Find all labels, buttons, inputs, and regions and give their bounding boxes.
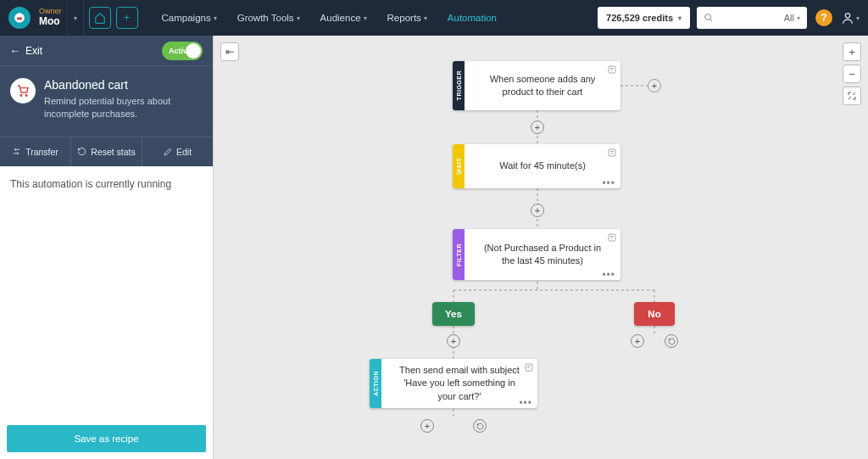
trigger-node[interactable]: TRIGGER When someone adds any product to…: [453, 61, 620, 110]
branch-label: No: [648, 309, 660, 319]
nav-label: Growth Tools: [237, 13, 294, 23]
note-icon: [607, 232, 617, 243]
user-icon: [841, 11, 854, 25]
exit-label: Exit: [25, 45, 42, 57]
automation-title: Abandoned cart: [44, 78, 203, 92]
reset-icon: [77, 147, 86, 156]
nav-label: Automation: [448, 13, 497, 23]
mascot-icon: [14, 12, 25, 24]
add-step-button[interactable]: +: [631, 334, 644, 348]
active-toggle[interactable]: Active: [162, 42, 203, 60]
automation-type-icon: [10, 78, 36, 104]
arrow-left-icon: ←: [10, 45, 20, 57]
node-text: When someone adds any product to their c…: [480, 73, 605, 99]
owner-name: Moo: [39, 16, 62, 27]
top-nav: Owner Moo ▾ + Campaigns▾ Growth Tools▾ A…: [0, 0, 868, 36]
plus-icon: +: [124, 12, 130, 24]
pencil-icon: [164, 148, 172, 156]
note-icon: [524, 362, 534, 372]
node-tag: FILTER: [456, 243, 462, 266]
add-step-button[interactable]: +: [531, 204, 544, 217]
svg-point-6: [25, 94, 27, 96]
transfer-button[interactable]: Transfer: [0, 137, 71, 166]
question-icon: ?: [821, 12, 826, 24]
search-icon: [704, 13, 714, 23]
add-step-button[interactable]: +: [420, 419, 434, 433]
action-label: Transfer: [25, 147, 58, 157]
nav-automation[interactable]: Automation: [439, 0, 505, 36]
chevron-down-icon: ▾: [797, 14, 800, 22]
action-label: Edit: [176, 147, 192, 157]
owner-switcher[interactable]: ▾: [67, 0, 84, 36]
refresh-icon: [476, 423, 484, 430]
node-tag: TRIGGER: [456, 70, 462, 100]
user-menu[interactable]: ▾: [841, 11, 860, 25]
toggle-knob: [186, 43, 201, 59]
loop-button[interactable]: [473, 419, 487, 433]
cart-icon: [16, 84, 30, 98]
button-label: Save as recipe: [74, 434, 138, 444]
filter-node[interactable]: FILTER (Not Purchased a Product in the l…: [453, 229, 620, 280]
svg-line-3: [710, 20, 713, 22]
action-label: Reset stats: [91, 147, 136, 157]
chevron-down-icon: ▾: [678, 14, 682, 22]
add-trigger-button[interactable]: +: [648, 79, 661, 92]
node-text: Then send email with subject 'Have you l…: [397, 364, 522, 403]
more-icon[interactable]: •••: [602, 181, 615, 186]
automation-canvas[interactable]: ⇤ + −: [214, 36, 868, 459]
no-branch[interactable]: No: [634, 302, 675, 326]
nav-growth-tools[interactable]: Growth Tools▾: [229, 0, 309, 36]
search-filter-label: All: [784, 13, 794, 23]
action-node[interactable]: ACTION Then send email with subject 'Hav…: [370, 359, 537, 408]
reset-stats-button[interactable]: Reset stats: [71, 137, 142, 166]
more-icon[interactable]: •••: [519, 400, 532, 406]
more-icon[interactable]: •••: [602, 272, 615, 277]
chevron-down-icon: ▾: [856, 14, 860, 22]
loop-button[interactable]: [665, 334, 678, 348]
credits-pill[interactable]: 726,529 credits ▾: [598, 7, 690, 29]
save-as-recipe-button[interactable]: Save as recipe: [7, 425, 206, 452]
owner-block[interactable]: Owner Moo: [39, 8, 62, 27]
edit-button[interactable]: Edit: [142, 137, 213, 166]
chevron-down-icon: ▾: [214, 14, 217, 22]
transfer-icon: [12, 147, 21, 156]
chevron-down-icon: ▾: [364, 14, 367, 22]
node-tag: WAIT: [456, 158, 462, 175]
chevron-down-icon: ▾: [297, 14, 300, 22]
note-icon: [607, 64, 617, 75]
home-icon: [94, 12, 106, 24]
nav-campaigns[interactable]: Campaigns▾: [153, 0, 225, 36]
node-text: (Not Purchased a Product in the last 45 …: [480, 242, 605, 268]
branch-label: Yes: [445, 309, 462, 319]
svg-point-5: [20, 94, 22, 96]
nav-label: Campaigns: [162, 13, 211, 23]
automation-subtitle: Remind potential buyers about incomplete…: [44, 95, 203, 121]
add-button[interactable]: +: [116, 7, 138, 29]
add-step-button[interactable]: +: [531, 120, 544, 134]
exit-button[interactable]: ← Exit: [10, 45, 42, 57]
add-step-button[interactable]: +: [447, 334, 460, 348]
nav-label: Reports: [387, 13, 421, 23]
automation-status: This automation is currently running: [0, 166, 213, 202]
svg-rect-1: [17, 17, 22, 20]
main-menu: Campaigns▾ Growth Tools▾ Audience▾ Repor…: [153, 0, 506, 36]
nav-reports[interactable]: Reports▾: [379, 0, 436, 36]
svg-point-4: [845, 14, 849, 18]
yes-branch[interactable]: Yes: [432, 302, 475, 326]
search-bar[interactable]: All▾: [697, 7, 807, 29]
refresh-icon: [668, 338, 676, 345]
wait-node[interactable]: WAIT Wait for 45 minute(s) •••: [453, 144, 620, 188]
node-text: Wait for 45 minute(s): [499, 160, 586, 172]
nav-audience[interactable]: Audience▾: [312, 0, 376, 36]
home-button[interactable]: [89, 7, 111, 29]
chevron-down-icon: ▾: [424, 14, 427, 22]
chevron-down-icon: ▾: [74, 14, 77, 22]
note-icon: [607, 148, 617, 158]
brand-logo[interactable]: [8, 7, 31, 29]
nav-label: Audience: [320, 13, 361, 23]
help-button[interactable]: ?: [815, 9, 832, 26]
svg-point-2: [705, 14, 711, 20]
side-panel: ← Exit Active Abandoned cart Remind pote…: [0, 36, 214, 459]
node-tag: ACTION: [373, 371, 379, 396]
credits-value: 726,529 credits: [606, 13, 673, 23]
